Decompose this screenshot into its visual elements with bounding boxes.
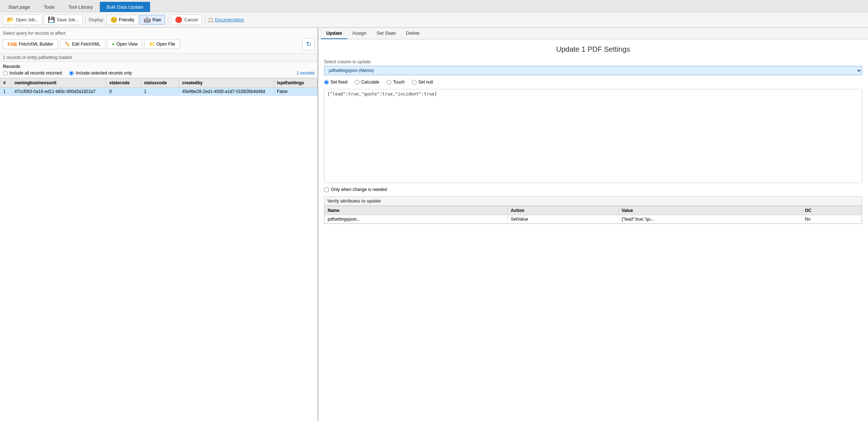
save-icon: 💾 xyxy=(48,16,55,23)
cell-owningbusinessunit: 47ccf083-0a16-ed11-b83c-000d3a1822a7 xyxy=(12,88,106,96)
separator-3 xyxy=(205,16,205,24)
cancel-button[interactable]: 🛑 Cancel xyxy=(171,14,201,25)
tab-tool-library[interactable]: Tool Library xyxy=(61,2,99,12)
set-null-radio[interactable] xyxy=(412,80,417,85)
touch-option[interactable]: Touch xyxy=(387,80,405,85)
only-when-change-row: Only when change is needed xyxy=(324,187,862,192)
select-column-label: Select column to update xyxy=(324,59,862,64)
records-info: 1 records of entity pdfsetting loaded xyxy=(0,54,318,62)
set-null-label: Set null xyxy=(418,80,433,85)
verify-cell-value: {"lead":true,"qu... xyxy=(618,215,802,224)
tab-delete[interactable]: Delete xyxy=(401,28,425,39)
documentation-label: Documentation xyxy=(215,17,244,22)
documentation-link[interactable]: 📋 Documentation xyxy=(208,17,244,22)
view-icon: ● xyxy=(112,42,115,47)
set-fixed-option[interactable]: Set fixed xyxy=(324,80,348,85)
main-layout: Select query for records to affect FXB F… xyxy=(0,28,868,421)
toolbar: 📂 Open Job... 💾 Save Job... Display: 😊 F… xyxy=(0,12,868,27)
cell-ispdfsettings: False xyxy=(274,88,317,96)
table-header-row: # owningbusinessunit statecode statuscod… xyxy=(0,78,318,88)
value-type-radio-group: Set fixed Calculate Touch Set null xyxy=(324,80,862,85)
open-view-label: Open View xyxy=(116,42,137,47)
include-selected-label: Include selected records only xyxy=(76,71,132,76)
raw-icon: 🤖 xyxy=(144,16,151,23)
include-all-radio[interactable] xyxy=(3,71,8,76)
fetchxml-builder-label: FetchXML Builder xyxy=(19,42,53,47)
file-icon: 📁 xyxy=(149,42,154,47)
include-all-option[interactable]: Include all records returned xyxy=(3,71,62,76)
records-table: # owningbusinessunit statecode statuscod… xyxy=(0,78,318,96)
include-all-label: Include all records returned xyxy=(9,71,62,76)
verify-cell-action: SetValue xyxy=(508,215,618,224)
query-section: Select query for records to affect FXB F… xyxy=(0,28,318,54)
verify-table: Name Action Value OC pdfsettingsjson... … xyxy=(324,206,862,224)
edit-fetchxml-label: Edit FetchXML xyxy=(72,42,101,47)
value-textarea[interactable]: {"lead":true,"quote":true,"incident":tru… xyxy=(324,89,862,183)
include-selected-option[interactable]: Include selected records only xyxy=(69,71,132,76)
doc-icon: 📋 xyxy=(208,17,213,22)
column-select[interactable]: pdfsettingsjson (Memo) xyxy=(324,66,862,75)
tab-assign[interactable]: Assign xyxy=(347,28,371,39)
include-radio-group: Include all records returned Include sel… xyxy=(3,71,315,76)
open-job-label: Open Job... xyxy=(16,17,38,22)
open-file-button[interactable]: 📁 Open File xyxy=(144,39,180,49)
edit-fetchxml-button[interactable]: ✏️ Edit FetchXML xyxy=(60,39,105,49)
col-header-num: # xyxy=(0,78,12,88)
edit-icon: ✏️ xyxy=(65,42,70,47)
tab-bulk-data-update[interactable]: Bulk Data Update xyxy=(100,2,150,12)
tab-tools[interactable]: Tools xyxy=(37,2,61,12)
calculate-option[interactable]: Calculate xyxy=(355,80,379,85)
friendly-icon: 😊 xyxy=(110,16,118,23)
tab-start-page[interactable]: Start page xyxy=(1,2,37,12)
cell-statuscode: 1 xyxy=(141,88,179,96)
verify-cell-name: pdfsettingsjson... xyxy=(325,215,508,224)
friendly-label: Friendly xyxy=(119,17,135,22)
nav-tabs: Start page Tools Tool Library Bulk Data … xyxy=(0,0,868,12)
cancel-icon: 🛑 xyxy=(175,16,182,23)
col-header-statecode: statecode xyxy=(106,78,141,88)
only-when-change-checkbox[interactable] xyxy=(324,187,329,192)
cancel-label: Cancel xyxy=(184,17,197,22)
verify-header-row: Name Action Value OC xyxy=(325,206,862,215)
records-section-label: Records xyxy=(3,64,315,69)
query-buttons: FXB FetchXML Builder ✏️ Edit FetchXML ● … xyxy=(3,38,315,50)
verify-col-oc: OC xyxy=(802,206,862,215)
fetchxml-icon: FXB xyxy=(8,42,17,47)
col-header-statuscode: statuscode xyxy=(141,78,179,88)
calculate-radio[interactable] xyxy=(355,80,359,85)
separator-2 xyxy=(168,16,168,24)
open-job-button[interactable]: 📂 Open Job... xyxy=(3,14,42,25)
col-header-createdby: createdby xyxy=(179,78,274,88)
table-row[interactable]: 1 47ccf083-0a16-ed11-b83c-000d3a1822a7 0… xyxy=(0,88,318,96)
set-fixed-label: Set fixed xyxy=(331,80,348,85)
fetchxml-builder-button[interactable]: FXB FetchXML Builder xyxy=(3,39,58,49)
records-section: Records Include all records returned Inc… xyxy=(0,62,318,78)
select-column-group: Select column to update pdfsettingsjson … xyxy=(324,59,862,75)
include-selected-radio[interactable] xyxy=(69,71,74,76)
records-count: 1 records xyxy=(297,71,315,76)
update-title: Update 1 PDF Settings xyxy=(324,45,862,54)
open-view-button[interactable]: ● Open View xyxy=(107,39,142,49)
col-header-owningbusinessunit: owningbusinessunit xyxy=(12,78,106,88)
tab-update[interactable]: Update xyxy=(321,28,347,39)
touch-radio[interactable] xyxy=(387,80,391,85)
set-fixed-radio[interactable] xyxy=(324,80,329,85)
raw-button[interactable]: 🤖 Raw xyxy=(140,15,165,25)
refresh-button[interactable]: ↻ xyxy=(302,38,315,50)
folder-icon: 📂 xyxy=(7,16,14,23)
verify-section: Verify attributes to update Name Action … xyxy=(324,196,862,224)
tab-set-state[interactable]: Set State xyxy=(371,28,401,39)
verify-table-row: pdfsettingsjson... SetValue {"lead":true… xyxy=(325,215,862,224)
refresh-icon: ↻ xyxy=(306,40,311,48)
save-job-label: Save Job... xyxy=(57,17,78,22)
open-file-label: Open File xyxy=(156,42,175,47)
raw-label: Raw xyxy=(152,17,161,22)
verify-col-value: Value xyxy=(618,206,802,215)
left-panel: Select query for records to affect FXB F… xyxy=(0,28,318,421)
verify-col-action: Action xyxy=(508,206,618,215)
set-null-option[interactable]: Set null xyxy=(412,80,433,85)
top-bar: Start page Tools Tool Library Bulk Data … xyxy=(0,0,868,28)
cell-createdby: 45e9be28-2ed1-4500-a1d7-010826b4d46d xyxy=(179,88,274,96)
save-job-button[interactable]: 💾 Save Job... xyxy=(44,14,82,25)
friendly-button[interactable]: 😊 Friendly xyxy=(106,15,139,25)
